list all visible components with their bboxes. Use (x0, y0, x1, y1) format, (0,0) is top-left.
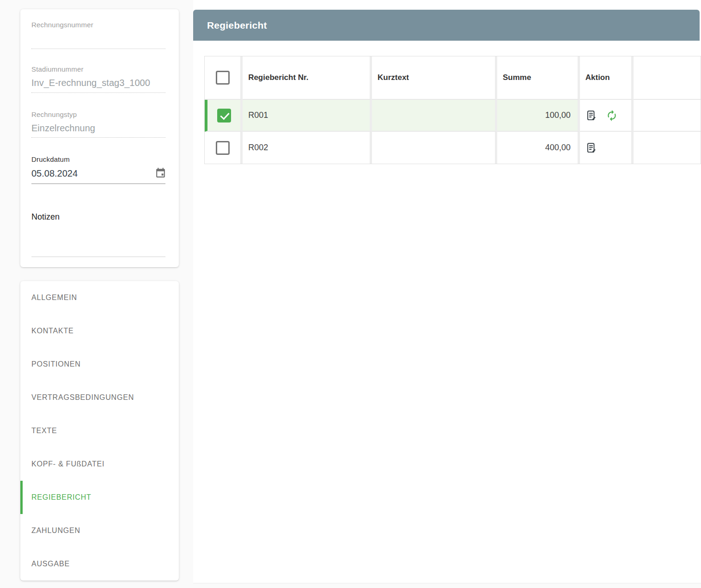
nav-item-label: VERTRAGSBEDINGUNGEN (31, 393, 134, 402)
panel-title: Regiebericht (207, 20, 267, 31)
druckdatum-underline (31, 184, 165, 184)
regiebericht-table: Regiebericht Nr. Kurztext Summe Aktion R… (204, 56, 701, 164)
stadiumnummer-label: Stadiumnummer (31, 65, 84, 73)
cell-nr: R002 (243, 132, 372, 164)
druckdatum-label: Druckdatum (31, 155, 70, 163)
stadiumnummer-value: Inv_E-rechnung_stag3_1000 (31, 78, 150, 88)
calendar-icon[interactable] (155, 167, 166, 178)
cell-nr: R001 (243, 100, 372, 132)
table-row-r002[interactable]: R002 400,00 (205, 132, 701, 164)
nav-item-kontakte[interactable]: KONTAKTE (20, 314, 179, 348)
row-checkbox-r001[interactable] (217, 109, 231, 122)
stadiumnummer-underline (31, 92, 165, 93)
column-header-summe: Summe (497, 56, 580, 100)
nav-item-allgemein[interactable]: ALLGEMEIN (20, 281, 179, 314)
rechnungstyp-value: Einzelrechnung (31, 123, 95, 134)
nav-item-texte[interactable]: TEXTE (20, 414, 179, 447)
nav-item-regiebericht[interactable]: REGIEBERICHT (20, 481, 179, 514)
column-header-kurztext: Kurztext (372, 56, 497, 100)
main-panel: Regiebericht Regiebericht Nr. Kurztext S… (193, 0, 701, 583)
panel-header: Regiebericht (193, 10, 700, 41)
notizen-underline (31, 257, 165, 257)
notizen-input[interactable] (31, 224, 165, 257)
cell-extra (634, 132, 701, 164)
nav-item-label: TEXTE (31, 427, 57, 435)
row-checkbox-r002[interactable] (216, 141, 230, 155)
column-header-aktion: Aktion (580, 56, 634, 100)
nav-item-label: AUSGABE (31, 560, 70, 568)
nav-item-ausgabe[interactable]: AUSGABE (20, 547, 179, 581)
nav-item-label: REGIEBERICHT (31, 493, 91, 502)
nav-item-label: KOPF- & FUßDATEI (31, 460, 104, 468)
cell-extra (634, 100, 701, 132)
druckdatum-value[interactable]: 05.08.2024 (31, 168, 78, 179)
invoice-form-card: Rechnungsnummer Stadiumnummer Inv_E-rech… (20, 9, 179, 267)
column-header-extra (634, 56, 701, 100)
edit-note-icon[interactable] (585, 142, 597, 154)
nav-item-label: ZAHLUNGEN (31, 527, 80, 535)
section-nav-card: ALLGEMEIN KONTAKTE POSITIONEN VERTRAGSBE… (20, 281, 179, 581)
table-header-row: Regiebericht Nr. Kurztext Summe Aktion (205, 56, 701, 100)
rechnungsnummer-label: Rechnungsnummer (31, 21, 93, 29)
table-row-r001[interactable]: R001 100,00 (205, 100, 701, 132)
active-indicator-bar (20, 481, 23, 514)
cell-summe: 100,00 (497, 100, 580, 132)
nav-item-positionen[interactable]: POSITIONEN (20, 348, 179, 381)
cell-kurztext (372, 132, 497, 164)
cell-aktion (580, 132, 634, 164)
select-all-checkbox[interactable] (216, 71, 230, 85)
nav-item-vertragsbedingungen[interactable]: VERTRAGSBEDINGUNGEN (20, 381, 179, 414)
nav-item-label: ALLGEMEIN (31, 294, 77, 302)
cell-aktion (580, 100, 634, 132)
nav-item-label: KONTAKTE (31, 327, 73, 335)
rechnungstyp-underline (31, 137, 165, 138)
sync-icon[interactable] (606, 110, 618, 122)
rechnungstyp-label: Rechnungstyp (31, 110, 77, 118)
rechnungsnummer-underline (31, 49, 165, 49)
nav-item-zahlungen[interactable]: ZAHLUNGEN (20, 514, 179, 547)
cell-summe: 400,00 (497, 132, 580, 164)
nav-item-label: POSITIONEN (31, 360, 81, 368)
column-header-nr: Regiebericht Nr. (243, 56, 372, 100)
nav-item-kopf-fussdatei[interactable]: KOPF- & FUßDATEI (20, 447, 179, 481)
notizen-label: Notizen (31, 212, 60, 222)
edit-note-icon[interactable] (585, 110, 597, 122)
cell-kurztext (372, 100, 497, 132)
